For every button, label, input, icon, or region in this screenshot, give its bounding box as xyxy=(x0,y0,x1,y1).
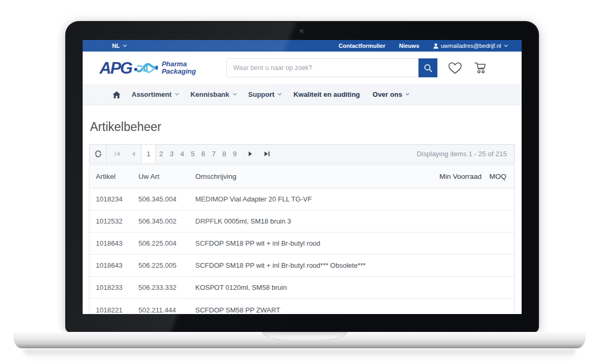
cell-omschrijving: SCFDOP SM58 PP ZWART xyxy=(195,306,424,314)
page-number-button[interactable]: 3 xyxy=(166,145,177,163)
page-number-button[interactable]: 9 xyxy=(229,145,240,163)
nav-item-over-ons[interactable]: Over ons xyxy=(373,90,408,98)
column-header-min-voorraad[interactable]: Min Voorraad xyxy=(424,173,482,180)
search-input[interactable] xyxy=(226,58,418,77)
apg-logo[interactable]: APG Pharma Packaging xyxy=(99,59,196,77)
chevron-down-icon xyxy=(233,92,236,95)
next-page-icon xyxy=(248,151,253,157)
website-viewport: NL Contactformulier Nieuws uwmailadres@b… xyxy=(83,40,522,314)
site-header: APG Pharma Packaging xyxy=(83,52,522,84)
page-number-button[interactable]: 5 xyxy=(187,145,198,163)
nav-items: Assortiment Kennisbank Support Kwaliteit… xyxy=(132,90,421,98)
webcam-dot xyxy=(300,29,304,34)
search-bar xyxy=(226,58,437,77)
nav-item-kennisbank[interactable]: Kennisbank xyxy=(191,90,236,98)
cell-artikel: 1018221 xyxy=(89,306,138,314)
page-number-button[interactable]: 2 xyxy=(156,145,166,163)
paging-status-text: Displaying items 1 - 25 of 215 xyxy=(417,150,507,158)
last-page-button[interactable] xyxy=(258,145,276,163)
cell-omschrijving: DRPFLK 0005ml, SM18 bruin 3 xyxy=(195,217,424,225)
laptop-mockup: NL Contactformulier Nieuws uwmailadres@b… xyxy=(0,0,599,364)
cell-artikel: 1012532 xyxy=(89,217,138,225)
refresh-button[interactable] xyxy=(89,145,107,163)
laptop-base xyxy=(13,332,586,348)
previous-page-icon xyxy=(131,151,136,157)
account-menu[interactable]: uwmailadres@bedrijf.nl xyxy=(433,43,507,49)
chevron-down-icon xyxy=(504,43,508,47)
refresh-icon xyxy=(94,150,102,158)
cart-button[interactable] xyxy=(473,61,487,77)
table-row[interactable]: 1018643 506.225.005 SCFDOP SM18 PP wit +… xyxy=(89,255,514,277)
chevron-down-icon xyxy=(175,92,179,95)
laptop-screen-bezel: NL Contactformulier Nieuws uwmailadres@b… xyxy=(66,22,538,332)
previous-page-button[interactable] xyxy=(125,145,141,163)
account-email: uwmailadres@bedrijf.nl xyxy=(441,43,502,49)
pagination-toolbar: 123456789 Displaying items 1 - 25 of 215 xyxy=(89,144,515,164)
table-body: 1018234 506.345.004 MEDIMOP Vial Adapter… xyxy=(89,188,514,314)
nav-item-support[interactable]: Support xyxy=(248,90,281,98)
cell-uw-art: 506.225.005 xyxy=(138,261,195,269)
logo-apg-text: APG xyxy=(99,60,132,76)
cell-artikel: 1018643 xyxy=(89,261,138,269)
chevron-down-icon xyxy=(123,43,126,47)
home-icon xyxy=(112,90,121,99)
last-page-icon xyxy=(264,151,270,157)
column-header-artikel[interactable]: Artikel xyxy=(89,173,138,180)
table-header-row: Artikel Uw Art Omschrijving Min Voorraad… xyxy=(89,165,514,188)
wishlist-button[interactable] xyxy=(448,61,462,76)
main-content: Artikelbeheer xyxy=(83,120,522,314)
cell-uw-art: 502.211.444 xyxy=(138,306,195,314)
table-row[interactable]: 1018643 506.225.004 SCFDOP SM18 PP wit +… xyxy=(89,232,514,255)
first-page-button[interactable] xyxy=(109,145,125,163)
home-nav-button[interactable] xyxy=(112,90,121,99)
page-number-button[interactable]: 7 xyxy=(208,145,219,163)
first-page-icon xyxy=(114,151,121,157)
cell-artikel: 1018233 xyxy=(89,284,138,291)
article-table: Artikel Uw Art Omschrijving Min Voorraad… xyxy=(89,165,515,314)
cart-icon xyxy=(473,61,487,75)
laptop-reflection xyxy=(24,349,575,362)
page-number-button[interactable]: 6 xyxy=(198,145,208,163)
table-row[interactable]: 1012532 506.345.002 DRPFLK 0005ml, SM18 … xyxy=(89,210,514,232)
cell-omschrijving: SCFDOP SM18 PP wit + inl Br-butyl rood xyxy=(195,239,424,247)
utility-topbar: NL Contactformulier Nieuws uwmailadres@b… xyxy=(83,40,522,52)
chevron-down-icon xyxy=(278,92,282,95)
cell-uw-art: 506.225.004 xyxy=(138,239,195,247)
heart-icon xyxy=(448,61,462,74)
cell-uw-art: 506.345.004 xyxy=(138,195,195,203)
cell-artikel: 1018234 xyxy=(89,195,138,203)
next-page-button[interactable] xyxy=(242,145,258,163)
chevron-down-icon xyxy=(406,92,410,95)
cell-omschrijving: MEDIMOP Vial Adapter 20 FLL TG-VF xyxy=(195,195,424,203)
search-button[interactable] xyxy=(418,58,437,77)
language-label: NL xyxy=(112,43,120,49)
table-row[interactable]: 1018234 506.345.004 MEDIMOP Vial Adapter… xyxy=(89,188,514,210)
page-number-current[interactable]: 1 xyxy=(141,145,156,163)
table-row[interactable]: 1018233 506.233.332 KOSPOT 0120ml, SM58 … xyxy=(89,277,514,299)
user-icon xyxy=(433,43,438,49)
page-number-list: 123456789 xyxy=(141,145,240,163)
main-navbar: Assortiment Kennisbank Support Kwaliteit… xyxy=(83,84,522,105)
cell-omschrijving: KOSPOT 0120ml, SM58 bruin xyxy=(195,284,424,291)
search-icon xyxy=(424,64,433,73)
cell-uw-art: 506.345.002 xyxy=(138,217,195,225)
column-header-omschrijving[interactable]: Omschrijving xyxy=(195,173,424,180)
contactformulier-link[interactable]: Contactformulier xyxy=(338,43,385,49)
logo-subtitle: Pharma Packaging xyxy=(162,60,196,75)
page-number-button[interactable]: 4 xyxy=(177,145,187,163)
table-row[interactable]: 1018221 502.211.444 SCFDOP SM58 PP ZWART xyxy=(89,299,514,314)
column-header-uw-art[interactable]: Uw Art xyxy=(138,173,195,180)
page-number-button[interactable]: 8 xyxy=(219,145,229,163)
column-header-moq[interactable]: MOQ xyxy=(482,173,514,180)
page-title: Artikelbeheer xyxy=(90,120,515,134)
language-selector[interactable]: NL xyxy=(112,43,126,49)
dna-helix-icon xyxy=(134,59,158,77)
cell-artikel: 1018643 xyxy=(89,239,138,247)
nav-item-kwaliteit-en-auditing[interactable]: Kwaliteit en auditing xyxy=(293,90,360,98)
cell-omschrijving: SCFDOP SM18 PP wit + inl Br-butyl rood**… xyxy=(195,261,424,269)
laptop-lid-notch xyxy=(262,332,347,342)
nieuws-link[interactable]: Nieuws xyxy=(399,43,420,49)
cell-uw-art: 506.233.332 xyxy=(138,284,195,291)
nav-item-assortiment[interactable]: Assortiment xyxy=(132,90,178,98)
